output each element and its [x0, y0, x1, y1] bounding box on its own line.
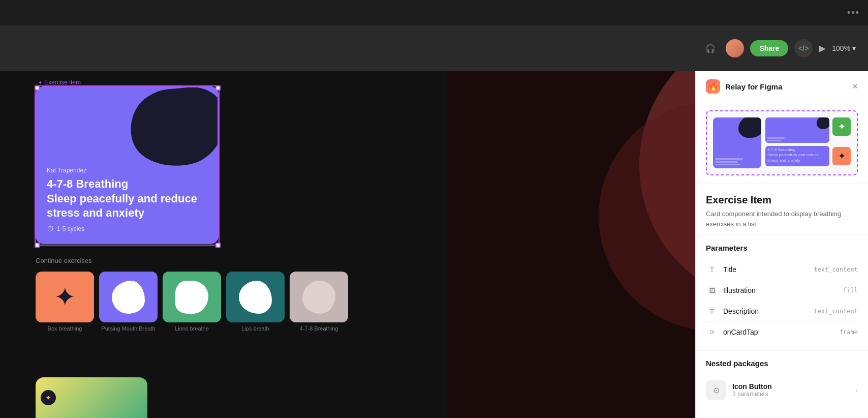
avatar-image	[726, 39, 744, 57]
continue-label: Continue exercises	[36, 257, 348, 264]
star-icon: ✦	[54, 284, 76, 310]
exercise-thumb-1	[99, 272, 158, 322]
param-row-oncardtap: ⟳ onCardTap frame	[706, 322, 858, 342]
preview-line-1	[715, 158, 743, 160]
card-title-line1: 4-7-8 Breathing	[47, 177, 128, 190]
param-type-illustration: fill	[843, 287, 858, 294]
share-button[interactable]: Share	[750, 40, 788, 56]
nested-name: Icon Button	[732, 382, 849, 391]
nested-icon: ⊙	[713, 385, 720, 395]
preview-small-text: 4-7-8 BreathingSleep peacefully and redu…	[767, 147, 827, 163]
parameters-section: Parameters T Title text_content 🖼 Illust…	[696, 235, 868, 351]
card-title-line2: Sleep peacefully and reduce stress and a…	[47, 192, 197, 220]
preview-badge-icon: ✦	[838, 121, 846, 132]
exercise-label-1: Pursing Mouth Breath	[101, 325, 155, 332]
exercise-label-4: 4-7-8 Breathing	[300, 325, 338, 332]
code-icon: </>	[798, 44, 809, 52]
panel-close-button[interactable]: ×	[852, 81, 858, 92]
chevron-right-icon: ›	[855, 385, 858, 395]
play-button[interactable]: ▶	[819, 43, 826, 54]
component-desc: Card component intended to display breat…	[706, 209, 858, 229]
toolbar: 🎧 Share </> ▶ 100% ▾	[0, 25, 868, 71]
preview-right: ✦ 4-7-8 BreathingSleep peacefully and re…	[765, 117, 851, 168]
preview-green-badge: ✦	[832, 117, 851, 136]
user-avatar[interactable]	[726, 39, 744, 57]
exercise-thumb-2	[163, 272, 221, 322]
top-bar-dots[interactable]: •••	[847, 8, 860, 18]
exercise-list: ✦ Box breathing Pursing Mouth Breath Lio…	[36, 272, 348, 332]
exercise-label-3: Lips breath	[241, 325, 269, 332]
preview-text-block	[715, 158, 743, 166]
exercise-mini-card-3[interactable]: Lips breath	[226, 272, 285, 332]
canvas: ✦ Exercise item Kat Trapendez 4-7-8 Brea…	[0, 71, 447, 418]
card-label: ✦ Exercise item	[38, 79, 81, 86]
nested-packages-section: Nested packages ⊙ Icon Button 3 paramete…	[696, 351, 868, 413]
selection-handle-bl	[35, 243, 40, 248]
relay-logo: 🔥	[706, 79, 720, 94]
card-author: Kat Trapendez	[47, 167, 207, 174]
nested-title: Nested packages	[706, 359, 858, 368]
param-type-oncardtap: frame	[840, 329, 858, 336]
param-icon-title: T	[706, 263, 718, 276]
preview-line-3	[715, 164, 740, 165]
relay-panel: 🔥 Relay for Figma ×	[695, 71, 868, 418]
continue-exercises-section: Continue exercises ✦ Box breathing Pursi…	[36, 257, 348, 332]
param-type-description: text_content	[814, 308, 858, 315]
code-button[interactable]: </>	[794, 39, 813, 57]
card-label-text: Exercise item	[44, 79, 81, 86]
exercise-thumb-4	[290, 272, 348, 322]
preview-sm-blob	[817, 117, 829, 129]
selection-handle-tl	[35, 85, 40, 91]
param-name-title: Title	[723, 265, 814, 274]
blob-icon-2	[175, 281, 208, 314]
nested-icon-box: ⊙	[706, 380, 726, 400]
top-bar: •••	[0, 0, 868, 25]
panel-header-left: 🔥 Relay for Figma	[706, 79, 783, 94]
headphone-icon[interactable]: 🎧	[701, 39, 720, 57]
preview-blob	[738, 117, 761, 138]
param-name-illustration: Illustration	[723, 286, 843, 294]
card-cycles: 1-5 cycles	[57, 225, 84, 232]
preview-sm-text	[767, 137, 785, 141]
param-icon-illustration: 🖼	[706, 284, 718, 296]
exercise-mini-card-1[interactable]: Pursing Mouth Breath	[99, 272, 158, 332]
preview-card-left	[713, 117, 761, 168]
exercise-thumb-3	[226, 272, 285, 322]
preview-card-sm-1	[765, 117, 829, 143]
preview-line-2	[715, 161, 738, 163]
bottom-partial-card: ✦	[36, 377, 147, 418]
selection-handle-br	[215, 243, 221, 248]
exercise-mini-card-4[interactable]: 4-7-8 Breathing	[290, 272, 348, 332]
exercise-thumb-0: ✦	[36, 272, 94, 322]
panel-title: Relay for Figma	[725, 82, 783, 91]
blob-icon-4	[302, 281, 335, 314]
preview-orange-square: ✦	[832, 147, 851, 165]
zoom-control[interactable]: 100% ▾	[832, 44, 856, 52]
resize-icon: ✦	[38, 80, 42, 85]
panel-header: 🔥 Relay for Figma ×	[696, 71, 868, 102]
preview-card-top: ✦	[765, 117, 851, 143]
param-type-title: text_content	[814, 266, 858, 273]
exercise-label-0: Box breathing	[48, 325, 82, 332]
parameters-title: Parameters	[706, 244, 858, 252]
exercise-mini-card-2[interactable]: Lions breathe	[163, 272, 221, 332]
card-title: 4-7-8 Breathing Sleep peacefully and red…	[47, 177, 207, 221]
card-meta: ⏱ 1-5 cycles	[47, 225, 207, 233]
preview-bottom-row: 4-7-8 BreathingSleep peacefully and redu…	[765, 146, 851, 166]
nested-item-icon-button[interactable]: ⊙ Icon Button 3 parameters ›	[706, 375, 858, 405]
param-row-illustration: 🖼 Illustration fill	[706, 280, 858, 301]
selection-handle-tr	[215, 85, 221, 91]
param-row-description: T Description text_content	[706, 301, 858, 322]
component-info: Exercise Item Card component intended to…	[696, 184, 868, 235]
exercise-card-large[interactable]: Kat Trapendez 4-7-8 Breathing Sleep peac…	[36, 86, 219, 244]
preview-frame: ✦ 4-7-8 BreathingSleep peacefully and re…	[706, 110, 858, 175]
param-icon-oncardtap: ⟳	[706, 326, 718, 338]
preview-star-icon: ✦	[838, 151, 846, 162]
preview-sm-line	[767, 137, 785, 139]
blob-icon-3	[239, 281, 272, 314]
param-name-oncardtap: onCardTap	[723, 328, 840, 336]
clock-icon: ⏱	[47, 225, 54, 233]
component-name: Exercise Item	[706, 194, 858, 206]
exercise-mini-card-0[interactable]: ✦ Box breathing	[36, 272, 94, 332]
card-content: Kat Trapendez 4-7-8 Breathing Sleep peac…	[47, 167, 207, 233]
